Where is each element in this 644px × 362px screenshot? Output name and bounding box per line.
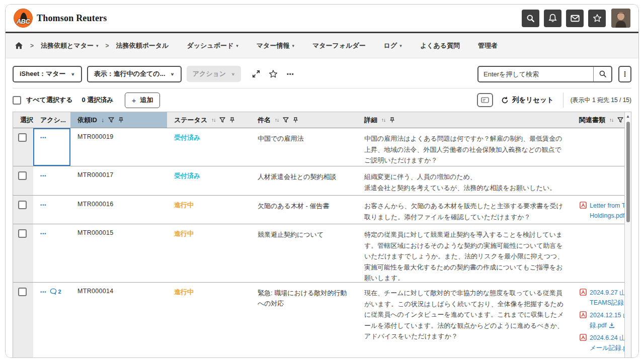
- isheet-dropdown[interactable]: iSheet：マター ∨: [13, 66, 82, 82]
- row-actions-button[interactable]: •••: [40, 133, 46, 142]
- subject[interactable]: 欠陥のある木材 - 催告書: [251, 196, 357, 224]
- row-checkbox[interactable]: [18, 229, 27, 238]
- document-link[interactable]: Letter from Te Holdings.pdf: [580, 201, 624, 221]
- nav-item-matter-info[interactable]: マター情報 ▾: [257, 41, 294, 50]
- caret-down-icon: ▾: [236, 43, 238, 48]
- search-input[interactable]: [478, 70, 593, 78]
- user-avatar[interactable]: [611, 9, 630, 28]
- column-header-detail[interactable]: 詳細 ↑↓: [357, 112, 575, 128]
- detail-text: 組織変更に伴う、人員の増加のため、 派遣会社と契約を考えているが、法務的な相談を…: [357, 166, 575, 195]
- nav-item-matter-folder[interactable]: マターフォルダー: [312, 41, 366, 50]
- sort-icon[interactable]: ↑↓: [381, 117, 385, 123]
- search-submit-button[interactable]: [593, 67, 611, 81]
- actions-dropdown[interactable]: アクション ∨: [187, 66, 242, 82]
- column-header-status[interactable]: ステータス ↑↓: [167, 112, 251, 128]
- selection-bar: すべて選択する 0 選択済み + 追加 列をリセット (表示中 1 宛先 15 …: [13, 88, 631, 112]
- select-all-checkbox[interactable]: [13, 96, 21, 105]
- request-id[interactable]: MTR000016: [70, 196, 167, 224]
- nav-item-admin[interactable]: 管理者: [478, 41, 498, 50]
- request-id[interactable]: MTR000017: [70, 166, 167, 195]
- request-id[interactable]: MTR000015: [70, 224, 167, 282]
- comments-button[interactable]: 2: [50, 288, 61, 295]
- favorite-view-button[interactable]: [267, 68, 279, 80]
- nav-item-legal-requests-matters[interactable]: 法務依頼とマター ▾: [41, 41, 98, 50]
- home-link[interactable]: [15, 42, 23, 49]
- row-checkbox[interactable]: [18, 171, 27, 180]
- pdf-icon: [580, 289, 587, 308]
- abc-logo-icon: ABC: [14, 9, 33, 28]
- document-link[interactable]: 2024.6.24 山田 メール記録.p: [580, 333, 624, 353]
- brand-logo[interactable]: ABC Thomson Reuters: [14, 9, 107, 28]
- filter-icon[interactable]: [617, 117, 623, 123]
- search-button[interactable]: [522, 10, 539, 27]
- selected-count: 0 選択済み: [82, 96, 114, 105]
- vertical-scrollbar[interactable]: ▲: [624, 112, 631, 357]
- actions-cell: •••: [33, 128, 70, 166]
- top-header: ABC Thomson Reuters: [6, 5, 638, 32]
- row-checkbox[interactable]: [18, 201, 27, 209]
- row-checkbox[interactable]: [18, 288, 27, 296]
- column-header-related-docs[interactable]: 関連書類 ↑↓: [575, 112, 624, 128]
- nav-item-dashboard[interactable]: ダッシュボード ▾: [187, 41, 238, 50]
- table-body: ••• MTR000019 受付済み 中国での雇用法 中国の雇用法はよくある問題…: [13, 128, 631, 357]
- filter-icon[interactable]: [108, 117, 114, 123]
- mail-button[interactable]: [566, 10, 584, 27]
- notifications-button[interactable]: [544, 10, 561, 27]
- sort-desc-icon[interactable]: ↓: [101, 117, 104, 124]
- row-actions-button[interactable]: •••: [40, 171, 46, 180]
- column-header-request-id[interactable]: 依頼ID ↓: [70, 112, 167, 128]
- actions-cell: •••: [33, 196, 70, 224]
- star-outline-icon: [269, 69, 278, 78]
- more-options-button[interactable]: •••: [284, 68, 296, 80]
- request-id[interactable]: MTR000019: [70, 128, 167, 166]
- status-badge: 進行中: [174, 201, 194, 209]
- detail-text: 中国の雇用法はよくある問題は何ですか？解雇の制約、最低賃金の上昇、地域の法令、外…: [357, 128, 575, 166]
- sort-icon[interactable]: ↑↓: [609, 117, 613, 123]
- refresh-icon: [501, 97, 509, 104]
- document-link[interactable]: 2024.9.27 山田 TEAMS記録.p: [580, 288, 624, 308]
- comment-bubble-icon: [50, 288, 57, 295]
- card-view-button[interactable]: [477, 93, 493, 107]
- add-button[interactable]: + 追加: [125, 93, 160, 108]
- scrollbar-thumb[interactable]: [626, 122, 630, 222]
- view-dropdown[interactable]: 表示：進行中の全ての... ∨: [87, 66, 182, 82]
- column-header-subject[interactable]: 件名 ↑↓: [251, 112, 357, 128]
- row-actions-button[interactable]: •••: [40, 288, 46, 297]
- row-actions-button[interactable]: •••: [40, 201, 46, 210]
- document-link[interactable]: 2024.12.15 山 録.pdf: [580, 310, 624, 330]
- table-row: ••• MTR000017 受付済み 人材派遣会社との契約相談 組織変更に伴う、…: [13, 166, 624, 196]
- chevron-separator-icon: >: [105, 42, 109, 49]
- home-icon: [15, 42, 23, 49]
- nav-item-faq[interactable]: よくある質問: [420, 41, 460, 50]
- scroll-up-icon[interactable]: ▲: [625, 112, 631, 120]
- pin-icon[interactable]: [118, 117, 124, 123]
- filter-icon[interactable]: [219, 117, 225, 123]
- pin-icon[interactable]: [293, 117, 298, 123]
- subject[interactable]: 中国での雇用法: [251, 128, 357, 166]
- sort-icon[interactable]: ↑↓: [275, 117, 279, 123]
- row-checkbox[interactable]: [18, 133, 27, 142]
- pin-icon[interactable]: [229, 117, 235, 123]
- status-badge: 進行中: [174, 230, 194, 237]
- favorites-button[interactable]: [588, 10, 606, 27]
- search-options-button[interactable]: ⋮: [618, 66, 631, 82]
- expand-button[interactable]: [250, 68, 262, 80]
- sort-icon[interactable]: ↑↓: [211, 117, 215, 123]
- caret-down-icon: ▾: [292, 43, 294, 48]
- divider: [563, 93, 564, 108]
- request-id[interactable]: MTR000014: [70, 283, 167, 357]
- row-actions-button[interactable]: •••: [40, 229, 46, 238]
- nav-item-legal-request-portal[interactable]: 法務依頼ポータル: [116, 41, 169, 50]
- actions-cell: ••• 2: [33, 283, 70, 357]
- detail-text: 現在、チームに対して敵対的で非協力的な態度を取っている従業員がいます。この状況は…: [357, 283, 575, 357]
- filter-icon[interactable]: [283, 117, 289, 123]
- reset-columns-button[interactable]: 列をリセット: [501, 96, 554, 105]
- pdf-icon: [580, 334, 587, 353]
- nav-item-log[interactable]: ログ ▾: [384, 41, 402, 50]
- subject[interactable]: 競業避止契約について: [251, 224, 357, 282]
- pin-icon[interactable]: [389, 117, 395, 123]
- select-all-label: すべて選択する: [26, 96, 73, 105]
- download-icon[interactable]: [609, 322, 615, 328]
- subject[interactable]: 人材派遣会社との契約相談: [251, 166, 357, 195]
- subject[interactable]: 緊急: 職場における敵対的行動への対応: [251, 283, 357, 357]
